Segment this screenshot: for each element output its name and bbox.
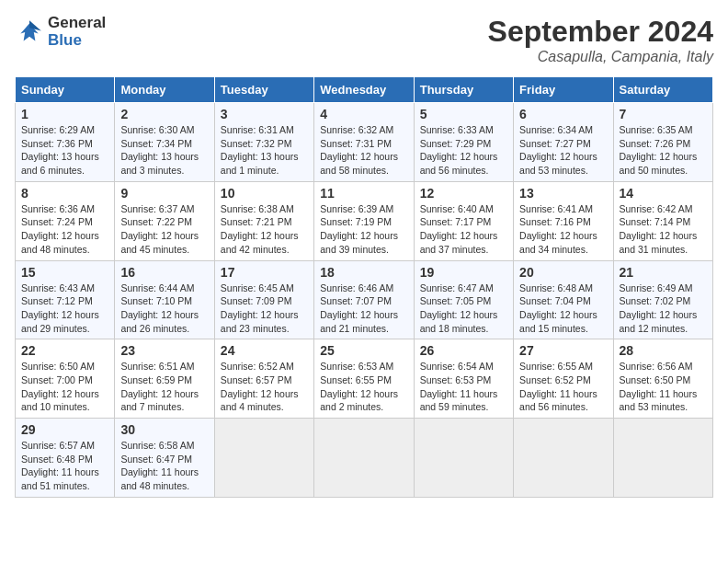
day-number: 29 — [21, 422, 108, 437]
day-info: Sunrise: 6:36 AMSunset: 7:24 PMDaylight:… — [21, 202, 108, 257]
day-info: Sunrise: 6:42 AMSunset: 7:14 PMDaylight:… — [620, 202, 707, 257]
day-number: 4 — [320, 107, 407, 121]
day-number: 19 — [420, 265, 507, 280]
table-row: 2Sunrise: 6:30 AMSunset: 7:34 PMDaylight… — [115, 103, 214, 182]
day-info: Sunrise: 6:37 AMSunset: 7:22 PMDaylight:… — [120, 202, 208, 257]
table-row: 11Sunrise: 6:39 AMSunset: 7:19 PMDayligh… — [314, 181, 414, 260]
table-row: 10Sunrise: 6:38 AMSunset: 7:21 PMDayligh… — [214, 181, 313, 260]
table-row: 21Sunrise: 6:49 AMSunset: 7:02 PMDayligh… — [613, 260, 712, 339]
week-row: 29Sunrise: 6:57 AMSunset: 6:48 PMDayligh… — [16, 419, 713, 498]
day-info: Sunrise: 6:43 AMSunset: 7:12 PMDaylight:… — [21, 282, 108, 336]
col-wednesday: Wednesday — [314, 77, 414, 103]
logo-text: General Blue — [48, 15, 106, 49]
day-number: 30 — [120, 422, 208, 437]
day-number: 2 — [120, 107, 208, 121]
col-thursday: Thursday — [414, 77, 513, 103]
day-info: Sunrise: 6:33 AMSunset: 7:29 PMDaylight:… — [420, 123, 507, 178]
day-info: Sunrise: 6:32 AMSunset: 7:31 PMDaylight:… — [320, 123, 407, 178]
day-number: 15 — [21, 265, 108, 280]
day-number: 26 — [420, 343, 507, 358]
table-row — [414, 419, 513, 498]
table-row: 16Sunrise: 6:44 AMSunset: 7:10 PMDayligh… — [115, 260, 214, 339]
table-row: 13Sunrise: 6:41 AMSunset: 7:16 PMDayligh… — [514, 181, 613, 260]
week-row: 15Sunrise: 6:43 AMSunset: 7:12 PMDayligh… — [16, 260, 713, 339]
day-info: Sunrise: 6:52 AMSunset: 6:57 PMDaylight:… — [221, 360, 308, 414]
table-row: 7Sunrise: 6:35 AMSunset: 7:26 PMDaylight… — [613, 103, 712, 182]
day-info: Sunrise: 6:51 AMSunset: 6:59 PMDaylight:… — [120, 360, 208, 414]
day-number: 28 — [620, 343, 707, 358]
day-number: 8 — [21, 186, 108, 201]
col-friday: Friday — [514, 77, 613, 103]
day-info: Sunrise: 6:39 AMSunset: 7:19 PMDaylight:… — [320, 202, 407, 257]
day-info: Sunrise: 6:41 AMSunset: 7:16 PMDaylight:… — [519, 202, 607, 257]
day-info: Sunrise: 6:45 AMSunset: 7:09 PMDaylight:… — [221, 282, 308, 336]
day-info: Sunrise: 6:56 AMSunset: 6:50 PMDaylight:… — [620, 360, 707, 414]
table-row: 4Sunrise: 6:32 AMSunset: 7:31 PMDaylight… — [314, 103, 414, 182]
day-number: 24 — [221, 343, 308, 358]
day-info: Sunrise: 6:30 AMSunset: 7:34 PMDaylight:… — [120, 123, 208, 178]
page-header: General Blue September 2024 Casapulla, C… — [15, 15, 713, 65]
table-row: 18Sunrise: 6:46 AMSunset: 7:07 PMDayligh… — [314, 260, 414, 339]
table-row: 3Sunrise: 6:31 AMSunset: 7:32 PMDaylight… — [214, 103, 313, 182]
week-row: 8Sunrise: 6:36 AMSunset: 7:24 PMDaylight… — [16, 181, 713, 260]
day-number: 20 — [519, 265, 607, 280]
day-number: 13 — [519, 186, 607, 201]
day-number: 9 — [120, 186, 208, 201]
table-row: 17Sunrise: 6:45 AMSunset: 7:09 PMDayligh… — [214, 260, 313, 339]
table-row: 20Sunrise: 6:48 AMSunset: 7:04 PMDayligh… — [514, 260, 613, 339]
table-row: 26Sunrise: 6:54 AMSunset: 6:53 PMDayligh… — [414, 339, 513, 419]
day-info: Sunrise: 6:29 AMSunset: 7:36 PMDaylight:… — [21, 123, 108, 178]
day-number: 1 — [21, 107, 108, 121]
day-info: Sunrise: 6:34 AMSunset: 7:27 PMDaylight:… — [519, 123, 607, 178]
location-text: Casapulla, Campania, Italy — [488, 49, 713, 65]
day-info: Sunrise: 6:48 AMSunset: 7:04 PMDaylight:… — [519, 282, 607, 336]
day-number: 16 — [120, 265, 208, 280]
day-info: Sunrise: 6:38 AMSunset: 7:21 PMDaylight:… — [221, 202, 308, 257]
month-title: September 2024 — [488, 15, 713, 49]
calendar-body: 1Sunrise: 6:29 AMSunset: 7:36 PMDaylight… — [16, 103, 713, 498]
col-tuesday: Tuesday — [214, 77, 313, 103]
table-row — [314, 419, 414, 498]
day-info: Sunrise: 6:35 AMSunset: 7:26 PMDaylight:… — [620, 123, 707, 178]
day-number: 21 — [620, 265, 707, 280]
table-row: 28Sunrise: 6:56 AMSunset: 6:50 PMDayligh… — [613, 339, 712, 419]
day-number: 11 — [320, 186, 407, 201]
table-row: 29Sunrise: 6:57 AMSunset: 6:48 PMDayligh… — [16, 419, 115, 498]
day-number: 10 — [221, 186, 308, 201]
day-number: 12 — [420, 186, 507, 201]
col-monday: Monday — [115, 77, 214, 103]
table-row — [613, 419, 712, 498]
day-number: 7 — [620, 107, 707, 121]
table-row: 30Sunrise: 6:58 AMSunset: 6:47 PMDayligh… — [115, 419, 214, 498]
week-row: 1Sunrise: 6:29 AMSunset: 7:36 PMDaylight… — [16, 103, 713, 182]
day-number: 6 — [519, 107, 607, 121]
day-info: Sunrise: 6:47 AMSunset: 7:05 PMDaylight:… — [420, 282, 507, 336]
col-sunday: Sunday — [16, 77, 115, 103]
day-info: Sunrise: 6:58 AMSunset: 6:47 PMDaylight:… — [120, 439, 208, 493]
col-saturday: Saturday — [613, 77, 712, 103]
table-row: 6Sunrise: 6:34 AMSunset: 7:27 PMDaylight… — [514, 103, 613, 182]
title-block: September 2024 Casapulla, Campania, Ital… — [488, 15, 713, 65]
day-info: Sunrise: 6:53 AMSunset: 6:55 PMDaylight:… — [320, 360, 407, 414]
day-number: 3 — [221, 107, 308, 121]
table-row: 19Sunrise: 6:47 AMSunset: 7:05 PMDayligh… — [414, 260, 513, 339]
day-info: Sunrise: 6:46 AMSunset: 7:07 PMDaylight:… — [320, 282, 407, 336]
day-info: Sunrise: 6:50 AMSunset: 7:00 PMDaylight:… — [21, 360, 108, 414]
table-row: 27Sunrise: 6:55 AMSunset: 6:52 PMDayligh… — [514, 339, 613, 419]
day-number: 17 — [221, 265, 308, 280]
day-info: Sunrise: 6:49 AMSunset: 7:02 PMDaylight:… — [620, 282, 707, 336]
day-number: 22 — [21, 343, 108, 358]
day-number: 5 — [420, 107, 507, 121]
day-info: Sunrise: 6:55 AMSunset: 6:52 PMDaylight:… — [519, 360, 607, 414]
table-row: 25Sunrise: 6:53 AMSunset: 6:55 PMDayligh… — [314, 339, 414, 419]
logo: General Blue — [15, 15, 106, 49]
day-number: 23 — [120, 343, 208, 358]
day-info: Sunrise: 6:57 AMSunset: 6:48 PMDaylight:… — [21, 439, 108, 493]
day-info: Sunrise: 6:44 AMSunset: 7:10 PMDaylight:… — [120, 282, 208, 336]
day-info: Sunrise: 6:40 AMSunset: 7:17 PMDaylight:… — [420, 202, 507, 257]
table-row: 23Sunrise: 6:51 AMSunset: 6:59 PMDayligh… — [115, 339, 214, 419]
table-row: 15Sunrise: 6:43 AMSunset: 7:12 PMDayligh… — [16, 260, 115, 339]
day-number: 27 — [519, 343, 607, 358]
table-row: 24Sunrise: 6:52 AMSunset: 6:57 PMDayligh… — [214, 339, 313, 419]
column-headers: Sunday Monday Tuesday Wednesday Thursday… — [16, 77, 713, 103]
